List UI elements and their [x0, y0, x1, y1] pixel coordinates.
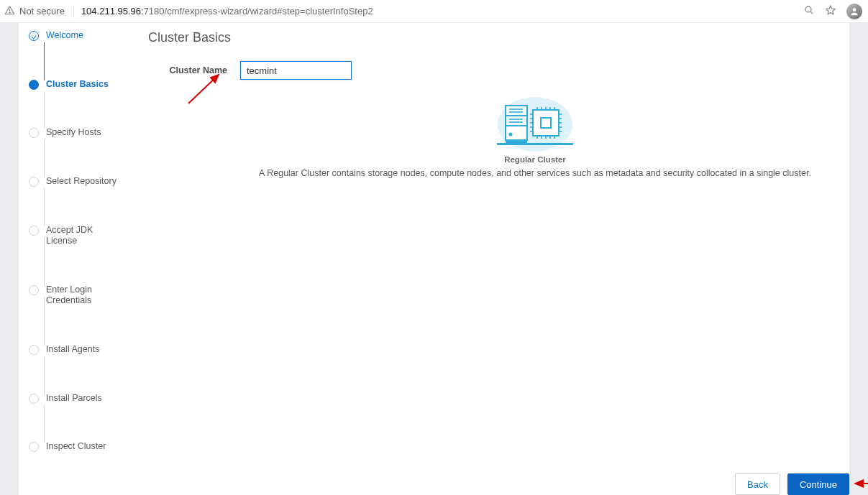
- url-host: 104.211.95.96:: [81, 6, 144, 17]
- step-connector: [44, 42, 45, 80]
- svg-point-10: [509, 133, 513, 137]
- step-bullet-icon: [29, 80, 39, 90]
- svg-marker-4: [826, 6, 836, 14]
- wizard-step-parcels[interactable]: Install Parcels: [29, 393, 127, 442]
- svg-rect-17: [541, 118, 551, 128]
- step-label: Cluster Basics: [46, 79, 109, 91]
- step-label: Welcome: [46, 30, 83, 42]
- not-secure-label: Not secure: [19, 6, 65, 17]
- divider: [73, 5, 74, 18]
- wizard-step-cluster-basics[interactable]: Cluster Basics: [29, 79, 127, 128]
- wizard-step-specify-hosts[interactable]: Specify Hosts: [29, 127, 127, 176]
- step-connector: [44, 356, 45, 394]
- url-path: 7180/cmf/express-wizard/wizard#step=clus…: [144, 6, 373, 17]
- step-label: Select Repository: [46, 176, 117, 188]
- step-connector: [44, 405, 45, 443]
- cluster-name-input[interactable]: [240, 61, 352, 80]
- step-label: Install Agents: [46, 344, 99, 356]
- step-connector: [44, 297, 45, 346]
- step-bullet-icon: [29, 442, 39, 452]
- wizard-content: Cluster Basics Cluster Name: [127, 23, 849, 495]
- svg-rect-9: [506, 116, 527, 126]
- step-bullet-icon: [29, 128, 39, 138]
- step-bullet-icon: [29, 394, 39, 404]
- browser-address-bar: Not secure 104.211.95.96:7180/cmf/expres…: [0, 0, 868, 23]
- step-bullet-icon: [29, 285, 39, 295]
- not-secure-icon: [4, 5, 15, 18]
- svg-rect-38: [497, 143, 573, 145]
- profile-avatar[interactable]: [846, 4, 862, 19]
- wizard-step-welcome[interactable]: Welcome: [29, 30, 127, 79]
- svg-point-5: [853, 8, 856, 11]
- wizard-step-agents[interactable]: Install Agents: [29, 344, 127, 393]
- step-label: Install Parcels: [46, 393, 102, 404]
- workspace: WelcomeCluster BasicsSpecify HostsSelect…: [0, 23, 868, 495]
- wizard-step-login[interactable]: Enter Login Credentials: [29, 284, 127, 344]
- step-label: Specify Hosts: [46, 127, 101, 139]
- cluster-type-block: Regular Cluster A Regular Cluster contai…: [240, 93, 830, 178]
- star-icon[interactable]: [825, 4, 836, 18]
- svg-rect-11: [506, 140, 527, 143]
- cluster-type-caption: Regular Cluster: [240, 155, 830, 164]
- svg-point-1: [9, 12, 10, 13]
- step-bullet-icon: [29, 345, 39, 355]
- svg-rect-8: [506, 106, 527, 116]
- continue-button[interactable]: Continue: [787, 473, 849, 495]
- regular-cluster-icon: [481, 93, 589, 152]
- wizard-step-inspect[interactable]: Inspect Cluster: [29, 441, 127, 455]
- step-connector: [44, 188, 45, 226]
- url-display[interactable]: 104.211.95.96:7180/cmf/express-wizard/wi…: [81, 6, 373, 17]
- step-connector: [44, 91, 45, 129]
- step-bullet-icon: [29, 31, 39, 41]
- svg-line-3: [810, 11, 813, 14]
- wizard-panel: WelcomeCluster BasicsSpecify HostsSelect…: [19, 23, 849, 495]
- wizard-step-jdk[interactable]: Accept JDK License: [29, 225, 127, 284]
- zoom-icon[interactable]: [803, 4, 815, 18]
- footer-buttons: Back Continue: [735, 473, 849, 495]
- step-connector: [44, 139, 45, 177]
- cluster-type-description: A Regular Cluster contains storage nodes…: [240, 168, 830, 178]
- wizard-steps-sidebar: WelcomeCluster BasicsSpecify HostsSelect…: [19, 23, 127, 495]
- step-label: Accept JDK License: [46, 225, 118, 247]
- step-bullet-icon: [29, 177, 39, 187]
- cluster-type-figure: Regular Cluster: [240, 93, 830, 164]
- step-label: Inspect Cluster: [46, 441, 106, 453]
- svg-point-2: [805, 6, 811, 12]
- step-label: Enter Login Credentials: [46, 284, 118, 307]
- back-button[interactable]: Back: [735, 473, 780, 495]
- scrollbar-track[interactable]: [858, 23, 868, 495]
- cluster-name-row: Cluster Name: [148, 61, 833, 80]
- step-connector: [44, 237, 45, 286]
- page-title: Cluster Basics: [148, 30, 833, 45]
- step-bullet-icon: [29, 226, 39, 236]
- cluster-name-label: Cluster Name: [148, 65, 227, 75]
- wizard-step-select-repo[interactable]: Select Repository: [29, 176, 127, 225]
